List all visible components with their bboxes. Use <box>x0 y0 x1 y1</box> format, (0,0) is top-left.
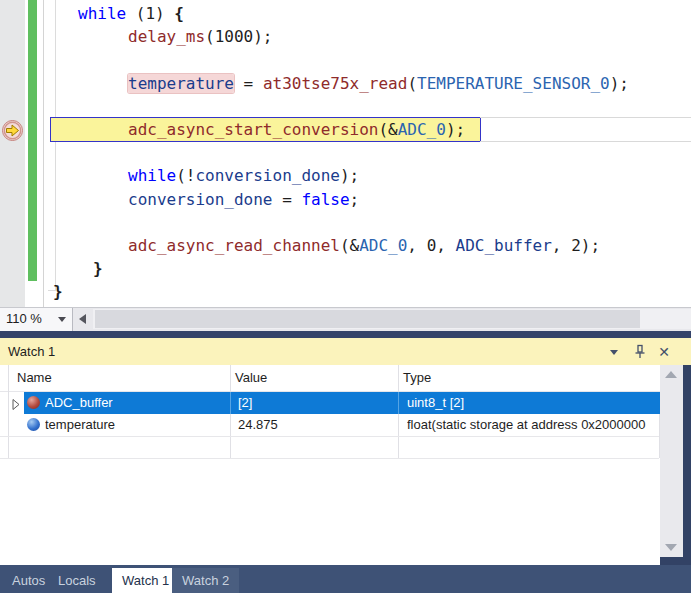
code-token: false <box>301 190 349 209</box>
vertical-scrollbar[interactable] <box>660 365 683 557</box>
watch-type: float(static storage at address 0x200000… <box>407 417 659 432</box>
grid-line <box>0 458 659 459</box>
code-editor[interactable]: while (1) {delay_ms(1000);temperature = … <box>0 0 691 307</box>
arrow-left-icon <box>79 314 86 324</box>
code-line: delay_ms(1000); <box>128 25 273 48</box>
column-header-value[interactable]: Value <box>235 370 267 385</box>
watch-name: temperature <box>45 417 228 432</box>
expand-arrow-icon[interactable] <box>12 398 22 408</box>
code-token: ( <box>407 74 417 93</box>
code-line: adc_async_start_conversion(&ADC_0); <box>128 118 465 141</box>
code-token: conversion_done <box>128 190 273 209</box>
code-token: ADC_0 <box>398 120 446 139</box>
column-divider <box>230 392 231 414</box>
watch-grid[interactable]: Name Value Type ADC_buffer[2]uint8_t [2]… <box>0 365 691 565</box>
code-token: while <box>128 166 176 185</box>
window-menu-button[interactable] <box>606 344 622 360</box>
code-area[interactable]: while (1) {delay_ms(1000);temperature = … <box>0 0 691 307</box>
code-token: 1000 <box>215 27 254 46</box>
code-line: conversion_done = false; <box>128 188 359 211</box>
code-token: adc_async_read_channel <box>128 236 340 255</box>
tab-locals[interactable]: Locals <box>48 568 106 593</box>
code-line: temperature = at30tse75x_read(TEMPERATUR… <box>128 72 629 95</box>
code-token: temperature <box>128 74 234 93</box>
code-line: } <box>53 280 63 303</box>
pin-icon <box>633 344 647 359</box>
code-token: ; <box>350 190 360 209</box>
code-token: = <box>273 190 302 209</box>
grid-line <box>0 436 659 437</box>
code-token: conversion_done <box>195 166 340 185</box>
code-token: while <box>78 4 126 23</box>
code-token: TEMPERATURE_SENSOR_0 <box>417 74 610 93</box>
code-token: ADC_0 <box>359 236 407 255</box>
column-header-type[interactable]: Type <box>403 370 431 385</box>
pin-button[interactable] <box>632 344 648 360</box>
panel-bottom-border <box>660 557 691 565</box>
variable-icon <box>27 418 40 431</box>
code-token: , 2); <box>552 236 600 255</box>
horizontal-scrollbar-thumb[interactable] <box>95 310 640 328</box>
code-token: ADC_buffer <box>456 236 552 255</box>
scroll-up-icon[interactable] <box>665 371 677 378</box>
watch-row[interactable]: temperature24.875float(static storage at… <box>0 414 660 436</box>
code-token: 1 <box>145 4 155 23</box>
chevron-down-icon <box>610 350 618 355</box>
panel-separator[interactable] <box>0 331 691 338</box>
watch-row[interactable]: ADC_buffer[2]uint8_t [2] <box>0 392 660 414</box>
code-line: while (1) { <box>78 2 184 25</box>
code-token: } <box>53 282 63 301</box>
code-token: at30tse75x_read <box>263 74 408 93</box>
code-token: } <box>93 259 103 278</box>
column-divider <box>398 392 399 414</box>
code-token: ); <box>340 166 359 185</box>
zoom-level-value: 110 % <box>6 311 42 326</box>
code-token: { <box>174 4 184 23</box>
watch-grid-header[interactable]: Name Value Type <box>0 365 660 392</box>
code-token: ( <box>205 27 215 46</box>
column-header-name[interactable]: Name <box>17 370 52 385</box>
code-token: ( <box>126 4 145 23</box>
code-token: ); <box>610 74 629 93</box>
close-icon: ✕ <box>658 344 670 360</box>
hscroll-left-arrow[interactable] <box>76 308 92 330</box>
watch-value: [2] <box>238 395 396 410</box>
code-token: (! <box>176 166 195 185</box>
array-variable-icon <box>27 396 40 409</box>
ide-window: while (1) {delay_ms(1000);temperature = … <box>0 0 691 593</box>
code-line: while(!conversion_done); <box>128 164 359 187</box>
panel-right-border <box>683 365 691 565</box>
code-token: ) <box>155 4 174 23</box>
code-token: = <box>234 74 263 93</box>
chevron-down-icon <box>58 317 66 322</box>
watch-window-titlebar[interactable]: Watch 1 ✕ <box>0 338 691 365</box>
tab-watch-1[interactable]: Watch 1 <box>112 568 179 593</box>
scroll-down-icon[interactable] <box>665 544 677 551</box>
code-token: delay_ms <box>128 27 205 46</box>
watch-window-title: Watch 1 <box>8 344 55 359</box>
tool-window-tabbar: AutosLocalsWatch 1Watch 2 <box>0 565 691 593</box>
watch-type: uint8_t [2] <box>407 395 659 410</box>
code-token: (& <box>340 236 359 255</box>
code-line: adc_async_read_channel(&ADC_0, 0, ADC_bu… <box>128 234 600 257</box>
code-token: ); <box>253 27 272 46</box>
watch-name: ADC_buffer <box>45 395 228 410</box>
tab-watch-2[interactable]: Watch 2 <box>172 568 239 593</box>
code-line: } <box>93 257 103 280</box>
code-token: (& <box>378 120 397 139</box>
code-token: adc_async_start_conversion <box>128 120 378 139</box>
watch-value: 24.875 <box>238 417 396 432</box>
close-button[interactable]: ✕ <box>656 344 672 360</box>
code-token: , 0, <box>407 236 455 255</box>
code-token: ); <box>446 120 465 139</box>
zoom-level-dropdown[interactable]: 110 % <box>0 308 73 331</box>
